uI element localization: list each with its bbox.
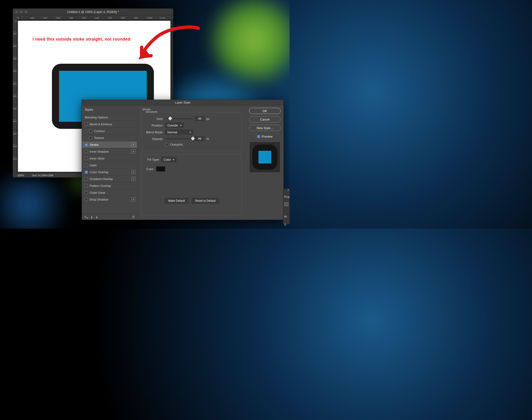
title-bar[interactable]: Untitled-1 @ 100% (Layer 4, RGB/8) *	[13, 9, 173, 15]
blend-dropdown[interactable]: Normal	[165, 130, 193, 135]
cancel-button[interactable]: Cancel	[249, 116, 281, 122]
fill-group: Fill Type: Color Color: Make Default Res…	[142, 154, 242, 215]
size-slider[interactable]	[165, 118, 193, 119]
move-up-icon[interactable]: ⬆	[90, 216, 93, 219]
ruler-horizontal[interactable]: 010020030040050060070080090010001100	[13, 15, 173, 19]
opacity-unit: %	[206, 137, 209, 141]
style-checkbox[interactable]	[85, 191, 88, 194]
style-checkbox[interactable]	[85, 164, 88, 167]
doc-size[interactable]: Doc: 4.12M/4.00M	[29, 174, 67, 177]
position-dropdown[interactable]: Outside	[165, 123, 184, 128]
style-label: Inner Glow	[90, 157, 105, 160]
fx-toolbar: fx▾ ⬆ ⬇	[82, 214, 137, 221]
overprint-label: Overprint	[170, 143, 183, 146]
style-checkbox[interactable]: ✓	[85, 143, 88, 146]
make-default-button[interactable]: Make Default	[165, 198, 189, 204]
annotation-text: I need this outside stoke straight, not …	[32, 37, 131, 42]
opacity-label: Opacity:	[145, 137, 163, 141]
style-row-bevel-emboss[interactable]: Bevel & Emboss	[82, 120, 137, 127]
style-label: Inner Shadow	[90, 150, 108, 153]
style-checkbox[interactable]	[85, 198, 88, 201]
structure-group: Structure Size: 49 px Position: Outside	[142, 112, 242, 151]
style-checkbox[interactable]	[85, 184, 88, 187]
prop-w-label: W:	[284, 214, 289, 219]
style-label: Stroke	[90, 143, 99, 147]
style-row-texture[interactable]: Texture	[82, 134, 137, 141]
style-label: Pattern Overlay	[90, 184, 111, 188]
minimize-dot-icon[interactable]	[20, 10, 23, 13]
window-controls[interactable]	[15, 10, 27, 13]
style-row-satin[interactable]: Satin	[82, 162, 137, 168]
properties-panel[interactable]: × Prop W: X:	[283, 189, 289, 224]
preview-label: Preview	[261, 135, 272, 138]
style-label: Contour	[94, 129, 105, 133]
move-down-icon[interactable]: ⬇	[95, 216, 98, 219]
fx-menu[interactable]: fx▾	[84, 215, 88, 220]
add-instance-icon[interactable]: +	[131, 149, 136, 154]
style-row-gradient-overlay[interactable]: Gradient Overlay+	[82, 175, 137, 182]
style-label: Blending Options	[85, 116, 108, 119]
style-label: Color Overlay	[90, 170, 108, 174]
size-input[interactable]: 49	[195, 116, 204, 121]
add-instance-icon[interactable]: +	[131, 143, 136, 147]
style-row-stroke[interactable]: ✓Stroke+	[82, 141, 137, 148]
style-label: Drop Shadow	[90, 198, 108, 201]
style-checkbox[interactable]	[85, 178, 88, 180]
style-row-blending-options[interactable]: Blending Options	[82, 114, 137, 120]
style-label: Satin	[90, 164, 97, 167]
size-label: Size:	[145, 117, 163, 120]
new-style-button[interactable]: New Style...	[249, 125, 281, 131]
styles-header[interactable]: Styles	[82, 105, 137, 114]
position-label: Position:	[145, 124, 163, 127]
overprint-checkbox[interactable]	[165, 143, 168, 146]
style-row-inner-shadow[interactable]: Inner Shadow+	[82, 148, 137, 155]
style-checkbox[interactable]	[89, 130, 92, 133]
add-instance-icon[interactable]: +	[131, 197, 136, 201]
dialog-actions: OK Cancel New Style... ✓ Preview	[246, 105, 284, 221]
style-row-inner-glow[interactable]: Inner Glow	[82, 155, 137, 162]
stroke-settings: Stroke Structure Size: 49 px Position: O…	[137, 105, 246, 221]
style-label: Outer Glow	[90, 191, 105, 195]
style-row-pattern-overlay[interactable]: Pattern Overlay	[82, 182, 137, 189]
style-row-color-overlay[interactable]: ✓Color Overlay+	[82, 168, 137, 175]
ok-button[interactable]: OK	[249, 108, 281, 114]
style-label: Bevel & Emboss	[90, 122, 112, 126]
add-instance-icon[interactable]: +	[131, 170, 136, 174]
style-checkbox[interactable]	[89, 136, 92, 139]
style-row-drop-shadow[interactable]: Drop Shadow+	[82, 196, 137, 203]
style-row-outer-glow[interactable]: Outer Glow	[82, 189, 137, 196]
preview-swatch	[250, 142, 280, 172]
style-checkbox[interactable]	[85, 150, 88, 153]
ruler-vertical[interactable]: 010020030040050060070080090010001100	[13, 19, 17, 173]
style-label: Gradient Overlay	[90, 177, 113, 181]
filltype-dropdown[interactable]: Color	[161, 157, 176, 162]
style-checkbox[interactable]: ✓	[85, 171, 88, 174]
filltype-label: Fill Type:	[145, 158, 160, 161]
zoom-dot-icon[interactable]	[25, 10, 27, 13]
style-label: Texture	[94, 136, 104, 140]
pixel-layer-icon[interactable]	[284, 202, 289, 206]
style-row-contour[interactable]: Contour	[82, 127, 137, 134]
close-dot-icon[interactable]	[15, 10, 18, 13]
size-unit: px	[206, 117, 210, 120]
zoom-level[interactable]: 100%	[13, 174, 29, 177]
blend-label: Blend Mode:	[145, 131, 163, 134]
color-label: Color:	[145, 167, 154, 171]
opacity-input[interactable]: 99	[195, 136, 204, 141]
trash-icon[interactable]	[132, 215, 135, 219]
style-checkbox[interactable]	[85, 123, 88, 126]
dialog-title[interactable]: Layer Style	[82, 100, 284, 105]
opacity-slider[interactable]	[165, 138, 193, 139]
reset-default-button[interactable]: Reset to Default	[192, 198, 219, 204]
preview-checkbox[interactable]: ✓	[257, 135, 260, 138]
add-instance-icon[interactable]: +	[131, 177, 136, 181]
color-well[interactable]	[156, 166, 165, 172]
style-checkbox[interactable]	[85, 157, 88, 160]
styles-list: Styles Blending OptionsBevel & EmbossCon…	[82, 105, 137, 221]
prop-title: Prop	[284, 195, 289, 199]
close-icon[interactable]: ×	[288, 188, 289, 192]
structure-label: Structure	[144, 110, 159, 114]
document-title: Untitled-1 @ 100% (Layer 4, RGB/8) *	[13, 10, 173, 14]
layer-style-dialog: Layer Style Styles Blending OptionsBevel…	[82, 100, 284, 220]
prop-x-label: X:	[284, 222, 289, 227]
